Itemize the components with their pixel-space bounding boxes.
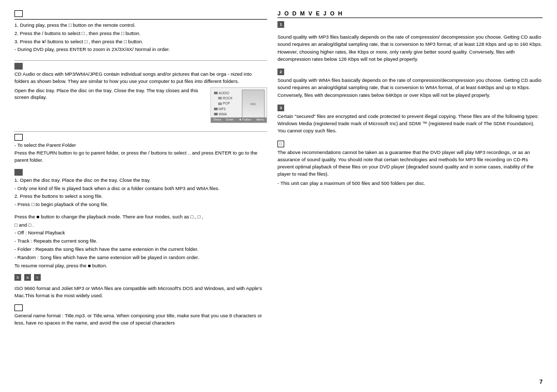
right-section-4: □ The above recommendations cannot be ta… — [277, 141, 543, 189]
rs1-header: 1 — [277, 21, 543, 32]
section-naming-body: General name format : Title.mp3. or Titl… — [14, 312, 267, 327]
rs2-badge: 2 — [277, 69, 284, 75]
badge-c: c — [34, 274, 41, 281]
naming-icon — [14, 304, 23, 311]
zoom-icon — [14, 10, 23, 17]
open-line2: - Only one kind of file is played back w… — [14, 185, 267, 192]
section-disc-body: CD Audio or discs with MP3/WMA/JPEG cont… — [14, 71, 267, 125]
parent-line1: - To select the Parent Folder — [14, 142, 267, 149]
rs3-badge: 3 — [277, 105, 284, 111]
section-playback: Press the ■ button to change the playbac… — [14, 213, 267, 270]
section-zoom-header — [14, 10, 267, 20]
section-badges: b a c — [14, 274, 267, 281]
preview-box: IMG — [242, 90, 265, 120]
disc-screen-image: AUDIO ROCK POP MP3 WMA IMG Sh — [210, 87, 267, 123]
playback-intro2: □ and □ . — [14, 221, 267, 229]
rs4-text1: The above recommendations cannot be take… — [277, 149, 543, 178]
rs2-header: 2 — [277, 69, 543, 75]
playback-line5: To resume normal play, press the ■ butto… — [14, 262, 267, 269]
right-section-2: 2 Sound quality with WMA files basically… — [277, 69, 543, 100]
badges-row: b a c — [14, 274, 267, 281]
section-parent-body: - To select the Parent Folder Press the … — [14, 142, 267, 164]
rs3-body: Certain "secured" files are encrypted an… — [277, 113, 543, 135]
playback-line2: - Track : Repeats the current song file. — [14, 237, 267, 245]
open-icon — [14, 169, 23, 176]
rs4-body: The above recommendations cannot be take… — [277, 149, 543, 187]
rs2-text: Sound quality with WMA files basically d… — [277, 77, 543, 99]
section-open: 1. Open the disc tray. Place the disc on… — [14, 169, 267, 209]
section-naming-header — [14, 304, 267, 311]
parent-line2: Press the RETURN button to go to parent … — [14, 149, 267, 164]
badge-b: b — [14, 274, 21, 281]
zoom-line1: 1. During play, press the □ button on th… — [14, 22, 267, 29]
playback-line4: - Random : Song files which have the sam… — [14, 254, 267, 261]
open-line4: - Press □ to begin playback of the song … — [14, 201, 267, 208]
disc-icon — [14, 63, 23, 70]
iso-text: ISO 9660 format and Joliet MP3 or WMA fi… — [14, 285, 267, 299]
section-parent-header — [14, 134, 267, 141]
rs2-body: Sound quality with WMA files basically d… — [277, 77, 543, 99]
right-column: J O D M V E J O H 1 Sound quality with M… — [277, 10, 543, 382]
open-line1: 1. Open the disc tray. Place the disc on… — [14, 177, 267, 184]
playback-intro: Press the ■ button to change the playbac… — [14, 213, 267, 220]
section-iso-body: ISO 9660 format and Joliet MP3 or WMA fi… — [14, 285, 267, 299]
zoom-line4: - During DVD play, press ENTER to zoom i… — [14, 46, 267, 53]
playback-line1: - Off : Normal Playback — [14, 229, 267, 236]
right-section-3: 3 Certain "secured" files are encrypted … — [277, 105, 543, 137]
zoom-line3: 3. Press the ¥/ buttons to select □ , th… — [14, 38, 267, 45]
section-naming: General name format : Title.mp3. or Titl… — [14, 304, 267, 328]
section-zoom-body: 1. During play, press the □ button on th… — [14, 22, 267, 53]
parent-icon — [14, 134, 23, 141]
disc-intro: CD Audio or discs with MP3/WMA/JPEG cont… — [14, 71, 267, 85]
badge-a: a — [24, 274, 31, 281]
section-open-body: 1. Open the disc tray. Place the disc on… — [14, 177, 267, 208]
rs4-header: □ — [277, 141, 543, 147]
right-section-1: 1 Sound quality with MP3 files basically… — [277, 21, 543, 64]
divider2 — [14, 131, 267, 132]
rs4-badge: □ — [277, 141, 284, 147]
disc-inner: AUDIO ROCK POP MP3 WMA IMG Sh — [211, 88, 267, 123]
rs1-badge: 1 — [277, 21, 284, 28]
section-playback-body: Press the ■ button to change the playbac… — [14, 213, 267, 269]
right-title: J O D M V E J O H — [277, 10, 543, 18]
page-number: 7 — [539, 379, 543, 385]
playback-line3: - Folder : Repeats the song files which … — [14, 246, 267, 253]
section-parent: - To select the Parent Folder Press the … — [14, 134, 267, 165]
open-line3: 2. Press the buttons to select a song fi… — [14, 193, 267, 200]
section-zoom: 1. During play, press the □ button on th… — [14, 10, 267, 54]
divider1 — [14, 60, 267, 61]
zoom-line2: 2. Press the / buttons to select □ , the… — [14, 30, 267, 37]
section-open-header — [14, 169, 267, 176]
section-disc-header — [14, 63, 267, 70]
section-disc: CD Audio or discs with MP3/WMA/JPEG cont… — [14, 63, 267, 125]
page: 1. During play, press the □ button on th… — [0, 0, 557, 392]
rs3-header: 3 — [277, 105, 543, 111]
rs4-text2: - This unit can play a maximum of 500 fi… — [277, 180, 543, 187]
naming-text: General name format : Title.mp3. or Titl… — [14, 312, 267, 327]
left-column: 1. During play, press the □ button on th… — [14, 10, 267, 382]
rs3-text: Certain "secured" files are encrypted an… — [277, 113, 543, 135]
section-iso: ISO 9660 format and Joliet MP3 or WMA fi… — [14, 285, 267, 300]
rs1-text: Sound quality with MP3 files basically d… — [277, 33, 543, 63]
rs1-body: Sound quality with MP3 files basically d… — [277, 33, 543, 63]
